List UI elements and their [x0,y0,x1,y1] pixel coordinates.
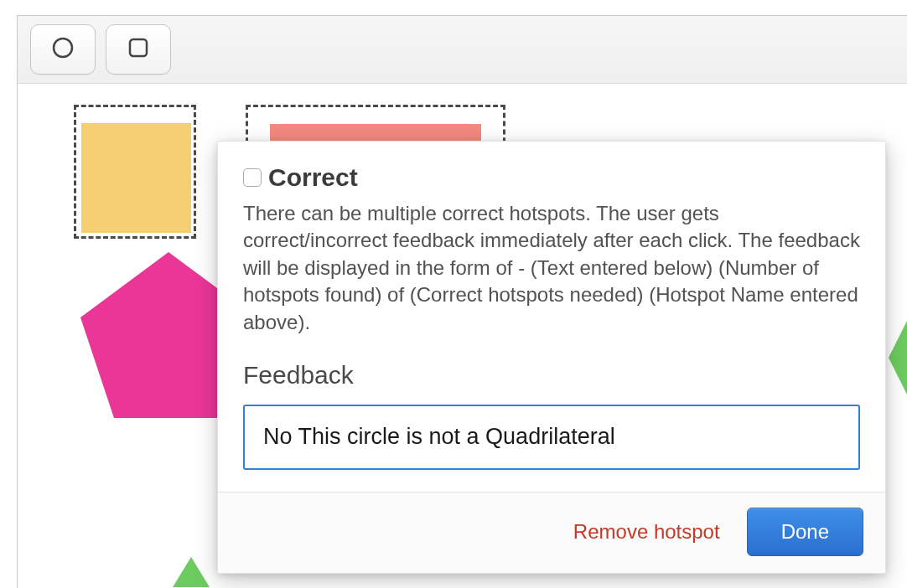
square-icon [127,36,150,63]
circle-tool-button[interactable] [30,24,96,75]
app-frame: Correct There can be multiple correct ho… [17,15,907,588]
circle-icon [51,36,75,63]
correct-checkbox[interactable] [243,168,262,187]
remove-hotspot-button[interactable]: Remove hotspot [570,513,723,550]
toolbar [18,16,907,84]
feedback-heading: Feedback [243,361,860,389]
feedback-input[interactable] [243,405,860,470]
done-button[interactable]: Done [747,508,863,556]
popover-body: Correct There can be multiple correct ho… [218,142,885,492]
yellow-square-shape [81,123,191,233]
rectangle-tool-button[interactable] [106,24,171,75]
hotspot-selection-1[interactable] [74,105,196,239]
green-diamond-shape [889,321,907,395]
canvas[interactable]: Correct There can be multiple correct ho… [18,84,907,588]
correct-row: Correct [243,163,860,192]
green-triangle-shape [173,557,210,587]
hotspot-settings-popover: Correct There can be multiple correct ho… [217,141,886,574]
svg-point-0 [54,39,72,57]
help-text: There can be multiple correct hotspots. … [243,200,860,336]
correct-label: Correct [268,163,358,192]
popover-footer: Remove hotspot Done [218,492,885,573]
svg-rect-1 [130,39,147,56]
